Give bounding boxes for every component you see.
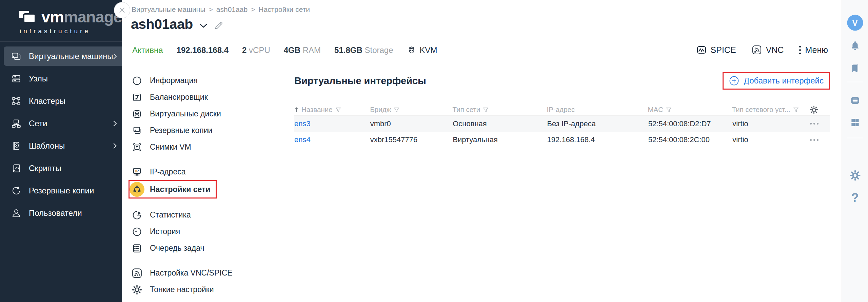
breadcrumb-item[interactable]: ash01aab bbox=[216, 5, 248, 14]
settings-gear-icon[interactable] bbox=[849, 170, 861, 181]
snapshot-icon bbox=[132, 142, 142, 153]
column-header-ip[interactable]: IP-адрес bbox=[547, 106, 648, 114]
table-row: ens4 vxbr15547776 Виртуальная 192.168.16… bbox=[294, 132, 830, 148]
right-rail: V ? bbox=[842, 0, 868, 302]
vm-menu-item-statistics[interactable]: Статистика bbox=[132, 207, 233, 223]
section-title: Виртуальные интерфейсы bbox=[294, 75, 426, 87]
vm-menu-label: Настройки сети bbox=[150, 185, 210, 194]
column-header-mac[interactable]: MAC bbox=[648, 106, 732, 114]
column-header-bridge[interactable]: Бридж bbox=[370, 106, 452, 114]
filter-icon[interactable] bbox=[394, 107, 399, 113]
sidebar-item-label: Виртуальные машины bbox=[29, 52, 113, 61]
vm-menu-item-advanced-settings[interactable]: Тонкие настройки bbox=[132, 281, 233, 298]
notifications-bell-icon[interactable] bbox=[849, 40, 861, 52]
sidebar-item-users[interactable]: Пользователи bbox=[0, 203, 122, 223]
virtual-machines-icon bbox=[11, 51, 21, 61]
sidebar-item-networks[interactable]: Сети bbox=[0, 114, 122, 133]
vm-menu-label: Резервные копии bbox=[150, 126, 212, 135]
rail-divider bbox=[847, 82, 863, 82]
filter-icon[interactable] bbox=[335, 107, 341, 113]
vm-menu-item-virtual-disks[interactable]: Виртуальные диски bbox=[132, 106, 233, 122]
bookmarks-icon[interactable] bbox=[850, 63, 861, 74]
sidebar: vmmanager infrastructure Виртуальные маш… bbox=[0, 0, 122, 302]
vm-menu-label: IP-адреса bbox=[150, 167, 185, 176]
sidebar-item-label: Шаблоны bbox=[29, 141, 65, 151]
ip-icon: IP bbox=[132, 167, 142, 177]
gear-icon bbox=[132, 284, 142, 295]
yellow-highlight bbox=[130, 182, 144, 197]
brand-logo[interactable]: vmmanager infrastructure bbox=[19, 9, 128, 35]
status-badge: Активна bbox=[132, 45, 163, 55]
sidebar-item-clusters[interactable]: Кластеры bbox=[0, 91, 122, 111]
column-header-device-type[interactable]: Тип сетевого уст... bbox=[732, 106, 809, 114]
backups-icon bbox=[11, 186, 21, 196]
column-header-name[interactable]: Название bbox=[294, 106, 370, 114]
interface-name-link[interactable]: ens3 bbox=[294, 119, 311, 128]
rail-divider bbox=[847, 138, 863, 138]
close-button[interactable] bbox=[114, 2, 130, 18]
brand-subtitle: infrastructure bbox=[20, 27, 128, 35]
column-header-net-type[interactable]: Тип сети bbox=[453, 106, 547, 114]
table-settings-gear-icon[interactable] bbox=[809, 105, 818, 114]
task-queue-icon bbox=[132, 243, 142, 254]
sidebar-item-label: Сети bbox=[29, 119, 47, 128]
interface-name-link[interactable]: ens4 bbox=[294, 135, 311, 144]
info-icon bbox=[132, 75, 142, 86]
svg-text:IP: IP bbox=[135, 169, 139, 173]
sidebar-item-scripts[interactable]: Скрипты bbox=[0, 158, 122, 178]
vm-status-row: Активна 192.168.168.4 2 vCPU 4GB RAM 51.… bbox=[132, 45, 437, 55]
breadcrumb-item[interactable]: Виртуальные машины bbox=[132, 5, 205, 14]
filter-icon[interactable] bbox=[793, 107, 799, 113]
breadcrumb-separator: > bbox=[209, 5, 213, 14]
main-content: Виртуальные интерфейсы Добавить интерфей… bbox=[294, 63, 830, 148]
breadcrumb-item: Настройки сети bbox=[258, 5, 310, 14]
row-actions-icon[interactable] bbox=[810, 123, 818, 125]
filter-icon[interactable] bbox=[483, 107, 489, 113]
help-icon[interactable]: ? bbox=[851, 191, 859, 205]
vm-menu-item-network-settings[interactable]: Настройки сети bbox=[129, 180, 217, 199]
vm-storage: 51.8GB Storage bbox=[334, 45, 393, 55]
edit-pencil-icon[interactable] bbox=[214, 21, 223, 30]
vm-menu-item-backup-copies[interactable]: Резервные копии bbox=[132, 122, 233, 139]
nodes-icon bbox=[11, 74, 21, 84]
sidebar-item-nodes[interactable]: Узлы bbox=[0, 69, 122, 88]
pie-chart-icon bbox=[132, 210, 142, 221]
scripts-icon bbox=[11, 163, 21, 173]
vm-ram: 4GB RAM bbox=[284, 45, 321, 55]
vnc-spice-settings-icon bbox=[132, 268, 142, 279]
sidebar-item-templates[interactable]: Шаблоны bbox=[0, 136, 122, 155]
vm-menu-item-vnc-spice-settings[interactable]: Настройка VNC/SPICE bbox=[132, 265, 233, 281]
chevron-down-icon[interactable] bbox=[199, 23, 208, 29]
vm-menu-label: Балансировщик bbox=[150, 93, 208, 102]
vm-menu-item-balancer[interactable]: Балансировщик bbox=[132, 89, 233, 106]
balancer-icon bbox=[132, 92, 142, 103]
vm-menu-item-information[interactable]: Информация bbox=[132, 72, 233, 89]
menu-button[interactable]: Меню bbox=[799, 45, 828, 55]
vm-menu-item-ip-addresses[interactable]: IP IP-адреса bbox=[132, 164, 233, 180]
spice-button[interactable]: SPICE bbox=[696, 45, 736, 55]
vm-menu-item-snapshots[interactable]: Снимки VM bbox=[132, 139, 233, 155]
add-interface-button[interactable]: Добавить интерфейс bbox=[723, 72, 830, 90]
vm-ip: 192.168.168.4 bbox=[177, 45, 229, 55]
sidebar-item-backups[interactable]: Резервные копии bbox=[0, 181, 122, 200]
row-actions-icon[interactable] bbox=[810, 139, 818, 141]
sidebar-item-virtual-machines[interactable]: Виртуальные машины bbox=[4, 46, 122, 66]
documentation-icon[interactable] bbox=[849, 95, 861, 106]
sidebar-item-label: Скрипты bbox=[29, 164, 61, 173]
sort-asc-icon[interactable] bbox=[294, 107, 299, 113]
vm-cpu: 2 vCPU bbox=[242, 45, 270, 55]
apps-grid-icon[interactable] bbox=[850, 117, 861, 128]
sidebar-item-label: Кластеры bbox=[29, 96, 65, 106]
vnc-button[interactable]: VNC bbox=[752, 45, 784, 55]
filter-icon[interactable] bbox=[666, 107, 672, 113]
clusters-icon bbox=[11, 96, 21, 106]
user-avatar[interactable]: V bbox=[847, 15, 863, 31]
vm-menu-label: История bbox=[150, 227, 180, 236]
vm-header: Виртуальные машины > ash01aab > Настройк… bbox=[122, 0, 842, 63]
vm-menu-item-history[interactable]: История bbox=[132, 223, 233, 240]
breadcrumb-separator: > bbox=[251, 5, 255, 14]
network-settings-icon bbox=[132, 184, 142, 194]
vnc-icon bbox=[752, 45, 762, 55]
table-header-row: Название Бридж Тип сети IP-адрес MAC Тип… bbox=[294, 104, 830, 115]
vm-menu-item-task-queue[interactable]: Очередь задач bbox=[132, 240, 233, 257]
